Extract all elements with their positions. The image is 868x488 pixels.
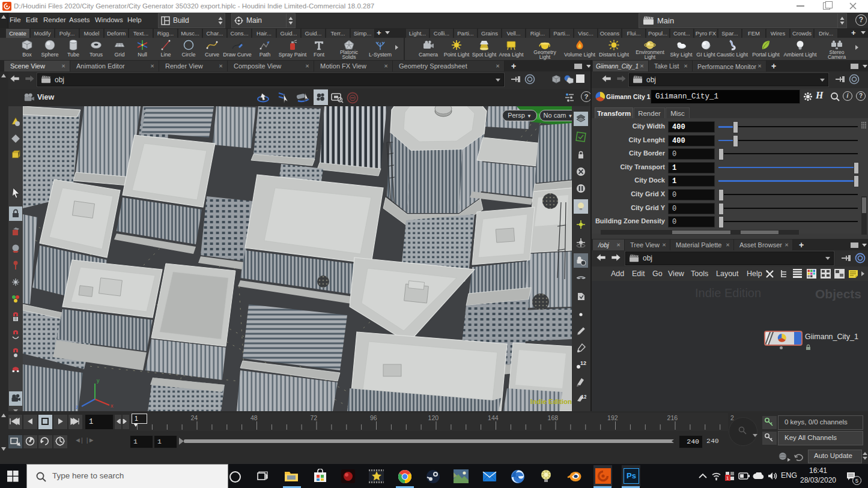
svg-text:12: 12 xyxy=(580,360,586,366)
svg-text:1: 1 xyxy=(726,475,729,481)
svg-text:x: x xyxy=(111,403,114,409)
svg-text:z: z xyxy=(76,404,79,410)
svg-text:12: 12 xyxy=(581,394,586,400)
svg-text:y: y xyxy=(97,378,100,384)
